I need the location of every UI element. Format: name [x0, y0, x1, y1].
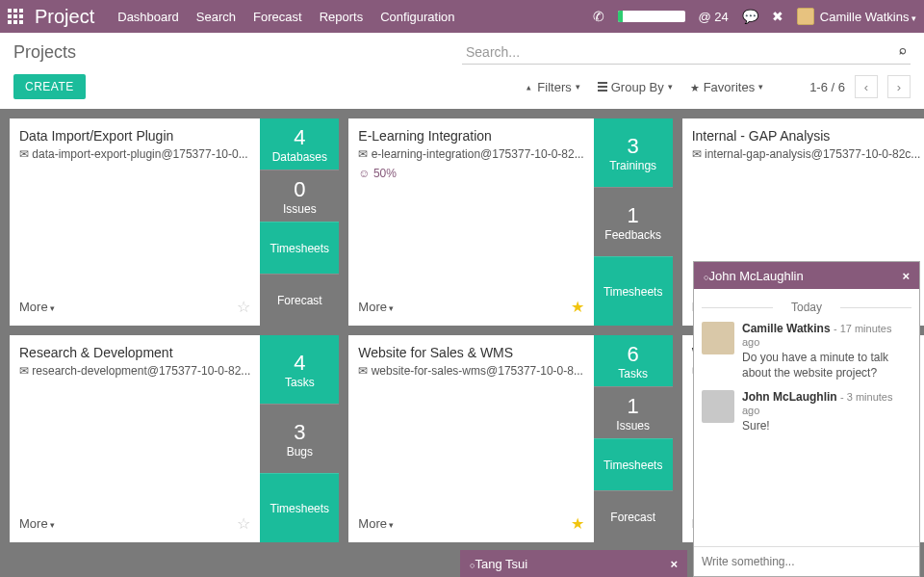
- nav-forecast[interactable]: Forecast: [253, 10, 302, 24]
- tile-label: Issues: [283, 202, 317, 216]
- tile-count: 1: [628, 203, 639, 228]
- card-email: e-learning-integration@175377-10-0-82...: [358, 147, 583, 161]
- tile-label: Tasks: [285, 376, 315, 389]
- tile-label: Forecast: [610, 511, 655, 524]
- chat-title: John McLaughlin: [708, 269, 803, 283]
- chat-tab-collapsed[interactable]: Tang Tsui ×: [460, 550, 687, 577]
- favorite-star[interactable]: ★: [571, 514, 584, 533]
- tile-label: Timesheets: [270, 242, 330, 255]
- tile-forecast[interactable]: Forecast: [260, 274, 339, 326]
- page-title: Projects: [13, 42, 76, 63]
- chat-input[interactable]: [694, 546, 919, 576]
- chat-message: John McLaughlin - 3 minutes agoSure!: [702, 390, 911, 434]
- chat-icon[interactable]: 💬: [742, 9, 758, 24]
- favorite-star[interactable]: ☆: [237, 514, 250, 533]
- phone-icon[interactable]: ✆: [593, 9, 604, 24]
- pager-next[interactable]: ›: [887, 75, 911, 98]
- favorite-star[interactable]: ★: [571, 298, 584, 316]
- chat-header[interactable]: John McLaughlin ×: [694, 262, 919, 289]
- more-menu[interactable]: More: [358, 300, 394, 314]
- chat-day-divider: Today: [702, 301, 911, 314]
- tile-count: 3: [628, 134, 639, 159]
- tile-label: Databases: [272, 150, 327, 164]
- tile-issues[interactable]: 1Issues: [594, 386, 673, 438]
- card-title: E-Learning Integration: [358, 128, 583, 144]
- card-email: data-import-export-plugin@175377-10-0...: [19, 147, 250, 161]
- mentions-badge[interactable]: @ 24: [699, 10, 729, 24]
- tile-timesheets[interactable]: Timesheets: [260, 473, 339, 542]
- favorite-star[interactable]: ☆: [237, 298, 250, 316]
- tile-count: 1: [628, 394, 639, 419]
- card-title: Internal - GAP Analysis: [692, 128, 921, 144]
- card-title: Website for Sales & WMS: [358, 345, 583, 360]
- project-card[interactable]: Data Import/Export Plugindata-import-exp…: [10, 118, 339, 326]
- tile-label: Issues: [616, 419, 650, 433]
- tile-forecast[interactable]: Forecast: [594, 490, 673, 542]
- project-card[interactable]: Website for Sales & WMSwebsite-for-sales…: [348, 335, 672, 542]
- topbar: Project DashboardSearchForecastReportsCo…: [0, 0, 924, 33]
- nav-configuration[interactable]: Configuration: [380, 10, 454, 24]
- tile-tasks[interactable]: 4Tasks: [260, 335, 339, 404]
- tile-timesheets[interactable]: Timesheets: [260, 222, 339, 274]
- tile-label: Timesheets: [603, 459, 663, 472]
- satisfaction-badge: ☺ 50%: [358, 167, 583, 180]
- progress-bar[interactable]: [618, 11, 685, 22]
- tile-count: 4: [294, 125, 305, 150]
- card-email: research-development@175377-10-0-82...: [19, 364, 250, 378]
- tile-bugs[interactable]: 3Bugs: [260, 404, 339, 473]
- project-card[interactable]: E-Learning Integratione-learning-integra…: [348, 118, 672, 326]
- search-input[interactable]: [462, 40, 911, 65]
- tile-tasks[interactable]: 6Tasks: [594, 335, 673, 386]
- card-title: Data Import/Export Plugin: [19, 128, 250, 144]
- user-name: Camille Watkins: [820, 10, 916, 24]
- tile-issues[interactable]: 0Issues: [260, 170, 339, 222]
- more-menu[interactable]: More: [19, 516, 55, 531]
- close-icon[interactable]: ×: [670, 557, 678, 571]
- toolbar: CREATE Filters Group By Favorites 1-6 / …: [0, 65, 924, 109]
- tile-databases[interactable]: 4Databases: [260, 118, 339, 170]
- pager-range: 1-6 / 6: [809, 80, 845, 94]
- pager-prev[interactable]: ‹: [855, 75, 878, 98]
- tile-timesheets[interactable]: Timesheets: [594, 438, 673, 490]
- card-email: internal-gap-analysis@175377-10-0-82c...: [692, 147, 921, 161]
- more-menu[interactable]: More: [358, 516, 394, 531]
- apps-icon[interactable]: [8, 9, 23, 24]
- nav-search[interactable]: Search: [196, 10, 236, 24]
- message-text: Do you have a minute to talk about the w…: [742, 351, 911, 380]
- pager: 1-6 / 6 ‹ ›: [809, 75, 911, 98]
- tile-timesheets[interactable]: Timesheets: [594, 256, 673, 326]
- card-email: website-for-sales-wms@175377-10-0-8...: [358, 364, 583, 378]
- tile-label: Timesheets: [603, 285, 663, 299]
- project-card[interactable]: Research & Developmentresearch-developme…: [10, 335, 339, 542]
- tile-count: 6: [628, 342, 639, 367]
- tile-label: Trainings: [609, 159, 656, 172]
- nav-dashboard[interactable]: Dashboard: [117, 10, 179, 24]
- filters-menu[interactable]: Filters: [526, 80, 579, 94]
- tile-count: 0: [294, 177, 305, 202]
- groupby-menu[interactable]: Group By: [598, 80, 673, 94]
- avatar: [702, 322, 734, 354]
- message-header: Camille Watkins - 17 minutes ago: [742, 322, 911, 349]
- message-header: John McLaughlin - 3 minutes ago: [742, 390, 911, 417]
- tile-label: Forecast: [277, 294, 322, 307]
- chat-message: Camille Watkins - 17 minutes agoDo you h…: [702, 322, 911, 380]
- tools-icon[interactable]: ✖: [772, 9, 783, 24]
- avatar-icon: [797, 8, 814, 25]
- user-menu[interactable]: Camille Watkins: [797, 8, 916, 25]
- create-button[interactable]: CREATE: [13, 74, 86, 99]
- tile-feedbacks[interactable]: 1Feedbacks: [594, 187, 673, 256]
- tile-label: Bugs: [287, 445, 313, 459]
- chat-window: John McLaughlin × Today Camille Watkins …: [693, 261, 920, 577]
- brand[interactable]: Project: [35, 6, 94, 28]
- chat-tab-name: Tang Tsui: [475, 557, 527, 571]
- tile-trainings[interactable]: 3Trainings: [594, 118, 673, 187]
- close-icon[interactable]: ×: [902, 269, 910, 283]
- more-menu[interactable]: More: [19, 300, 55, 314]
- search-icon[interactable]: ⌕: [899, 42, 907, 57]
- tile-count: 4: [294, 351, 305, 376]
- tile-label: Timesheets: [270, 502, 330, 515]
- nav-reports[interactable]: Reports: [320, 10, 364, 24]
- message-text: Sure!: [742, 419, 911, 434]
- favorites-menu[interactable]: Favorites: [690, 80, 763, 94]
- avatar: [702, 390, 734, 423]
